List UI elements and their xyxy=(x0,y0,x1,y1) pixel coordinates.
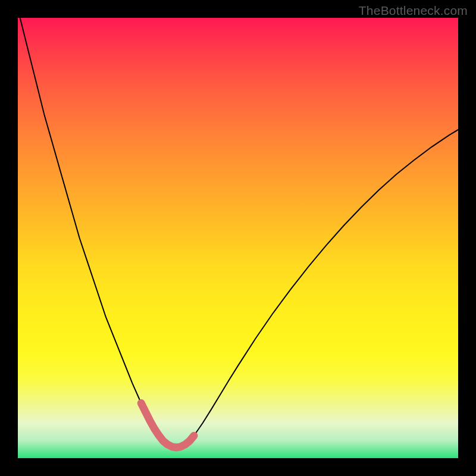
watermark-text: TheBottleneck.com xyxy=(359,4,468,18)
chart-frame: TheBottleneck.com xyxy=(0,0,476,476)
bottleneck-curve xyxy=(18,18,458,447)
chart-svg xyxy=(18,18,458,458)
plot-area xyxy=(18,18,458,458)
highlight-segment xyxy=(141,403,194,448)
